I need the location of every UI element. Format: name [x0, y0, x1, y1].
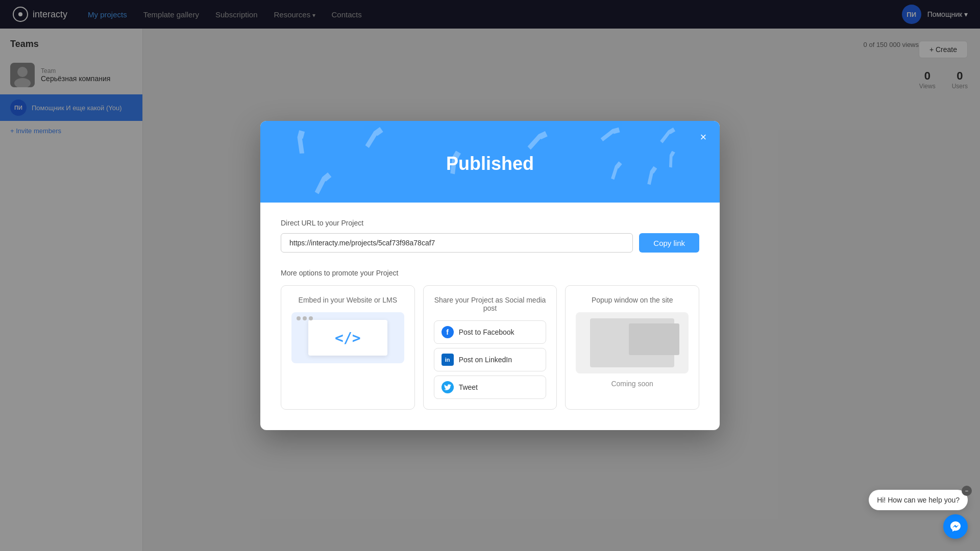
embed-preview: </>: [291, 312, 404, 363]
embed-card-title: Embed in your Website or LMS: [299, 296, 398, 304]
hammer-icon-10: [642, 166, 660, 189]
code-icon: </>: [335, 330, 361, 346]
facebook-icon: f: [442, 326, 454, 338]
chat-bubble-close-button[interactable]: −: [962, 486, 972, 496]
chat-bubble-wrapper: Hi! How can we help you? −: [869, 490, 968, 510]
linkedin-label: Post on LinkedIn: [459, 356, 512, 364]
promote-label: More options to promote your Project: [281, 269, 699, 277]
tweet-label: Tweet: [459, 383, 478, 391]
messenger-icon: [949, 520, 962, 533]
hammer-icon-4: [522, 126, 550, 157]
popup-window: [590, 318, 674, 367]
popup-preview: [576, 312, 689, 373]
tweet-button[interactable]: Tweet: [434, 375, 547, 399]
options-grid: Embed in your Website or LMS </>: [281, 285, 699, 410]
hammer-icon-8: [595, 121, 622, 149]
modal-header: Published ×: [260, 121, 720, 203]
linkedin-icon: in: [442, 354, 454, 366]
chat-icon-button[interactable]: [943, 514, 968, 539]
embed-dots: [297, 316, 313, 320]
hammer-icon-7: [662, 149, 682, 171]
popup-inner-window: [629, 323, 679, 355]
social-card: Share your Project as Social media post …: [423, 285, 557, 410]
popup-card-title: Popup window on the site: [592, 296, 673, 304]
project-url-input[interactable]: [281, 233, 633, 253]
dot-1: [297, 316, 301, 320]
embed-inner: </>: [308, 320, 387, 356]
modal-title: Published: [446, 153, 534, 174]
modal-body: Direct URL to your Project Copy link Mor…: [260, 203, 720, 430]
url-section-label: Direct URL to your Project: [281, 219, 699, 227]
facebook-label: Post to Facebook: [459, 328, 514, 336]
hammer-icon-5: [606, 161, 623, 183]
hammer-icon-6: [656, 124, 676, 148]
social-card-title: Share your Project as Social media post: [434, 296, 547, 312]
hammer-icon-9: [310, 171, 333, 198]
coming-soon-label: Coming soon: [611, 380, 653, 388]
post-to-facebook-button[interactable]: f Post to Facebook: [434, 320, 547, 344]
published-modal: Published × Direct URL to your Project C…: [260, 121, 720, 430]
hammer-icon-2: [360, 124, 385, 153]
popup-card: Popup window on the site Coming soon: [565, 285, 699, 410]
modal-overlay: Published × Direct URL to your Project C…: [0, 0, 980, 551]
chat-widget: Hi! How can we help you? −: [869, 490, 968, 539]
url-row: Copy link: [281, 233, 699, 253]
chat-bubble: Hi! How can we help you?: [869, 490, 968, 510]
twitter-icon: [442, 381, 454, 393]
dot-2: [303, 316, 307, 320]
dot-3: [309, 316, 313, 320]
embed-card: Embed in your Website or LMS </>: [281, 285, 415, 410]
post-on-linkedin-button[interactable]: in Post on LinkedIn: [434, 348, 547, 371]
copy-link-button[interactable]: Copy link: [639, 233, 699, 253]
hammer-icon-1: [286, 128, 316, 160]
modal-close-button[interactable]: ×: [695, 129, 712, 145]
